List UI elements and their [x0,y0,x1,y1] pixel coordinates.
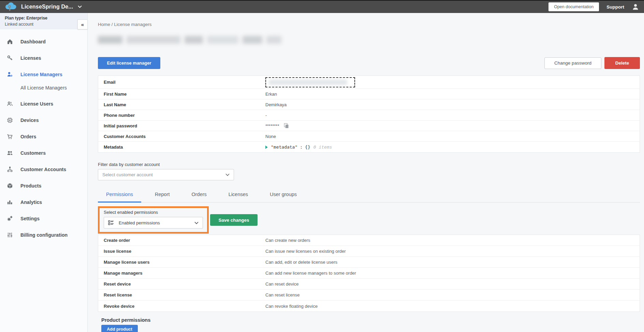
add-product-button[interactable]: Add product [101,325,138,332]
select-enabled-permissions-label: Select enabled permissions [104,210,203,215]
expand-arrow-icon[interactable] [265,146,268,149]
table-row: Metadata "metadata" : {} 0 items [98,142,640,152]
hierarchy-icon [7,166,13,172]
breadcrumb[interactable]: Home / License managers [98,22,640,27]
tab-permissions[interactable]: Permissions [98,188,141,203]
bar-chart-icon [7,199,13,205]
table-row: Manage license users Can add, edit or de… [98,257,640,268]
table-row: Manage managers Can add new license mana… [98,268,640,279]
manager-icon [7,71,13,78]
users-icon [7,101,13,107]
key-icon [7,55,13,61]
plan-type-label: Plan type: Enterprise [5,15,87,21]
main-content: Home / License managers Edit license man… [88,13,644,332]
table-row: Reset device Can reset device [98,279,640,290]
user-account-icon[interactable] [632,3,639,11]
delete-button[interactable]: Delete [604,57,640,69]
sidebar-item-license-users[interactable]: License Users [0,96,87,112]
sidebar-item-orders[interactable]: Orders [0,128,87,145]
detail-tabs: Permissions Report Orders Licenses User … [98,188,640,203]
permissions-table: Create order Can create new orders Issue… [98,235,640,312]
table-row: Revoke device Can revoke floating device [98,301,640,312]
table-row: Phone number - [98,110,640,121]
sidebar-item-customers[interactable]: Customers [0,145,87,161]
org-switcher-chevron-icon[interactable] [78,5,82,8]
tab-licenses[interactable]: Licenses [220,188,256,203]
sidebar-item-licenses[interactable]: Licenses [0,50,87,66]
enabled-permissions-dropdown[interactable]: Enabled permissions [104,217,203,229]
table-row: Last Name Demirkaya [98,99,640,110]
metadata-item-count: 0 items [313,144,332,150]
support-link[interactable]: Support [606,4,624,10]
sidebar-item-all-license-managers[interactable]: All License Managers [0,83,87,93]
customer-accounts-value: None [265,134,276,139]
filter-label: Filter data by customer account [98,162,640,167]
customers-icon [7,150,13,156]
initial-password-value: ******** [265,123,279,128]
license-manager-details-card: Email First Name Erkan Last Name Demirka… [98,75,640,153]
product-permissions-title: Product permissions [101,317,640,323]
change-password-button[interactable]: Change password [544,57,601,69]
chevron-down-icon [225,172,230,177]
chip-icon [7,117,13,123]
gears-icon [7,216,13,222]
table-row: Initial password ******** [98,121,640,131]
table-row: First Name Erkan [98,89,640,99]
table-row: Email [98,76,640,89]
list-icon [108,220,114,225]
sidebar-item-settings[interactable]: Settings [0,210,87,227]
email-value-redacted [265,77,355,87]
sidebar-item-billing-configuration[interactable]: Billing configuration [0,227,87,243]
cart-icon [7,134,13,140]
top-header: LicenseSpring De... Open documentation S… [0,0,644,13]
sidebar-item-analytics[interactable]: Analytics [0,194,87,210]
chevron-down-icon [194,220,199,225]
sidebar-item-products[interactable]: Products [0,178,87,194]
app-title: LicenseSpring De... [21,4,73,10]
last-name-value: Demirkaya [265,102,287,107]
sidebar-item-devices[interactable]: Devices [0,112,87,128]
licensespring-logo-icon [0,2,21,12]
sidebar-item-customer-accounts[interactable]: Customer Accounts [0,161,87,178]
first-name-value: Erkan [265,92,277,97]
edit-license-manager-button[interactable]: Edit license manager [98,57,160,69]
save-changes-button[interactable]: Save changes [210,214,258,226]
metadata-value: {} [305,144,310,150]
customer-account-select[interactable]: Select customer account [98,169,234,180]
metadata-key: "metadata" [271,144,297,150]
metadata-json-viewer: "metadata" : {} 0 items [265,144,332,150]
box-icon [7,183,13,189]
sidebar-item-dashboard[interactable]: Dashboard [0,33,87,50]
page-title-redacted [98,35,640,44]
home-icon [7,39,13,45]
tab-report[interactable]: Report [147,188,178,203]
phone-number-value: - [265,113,267,118]
highlighted-permissions-selector: Select enabled permissions Enabled permi… [98,206,209,234]
linked-account-label: Linked account [5,21,87,27]
tab-orders[interactable]: Orders [184,188,215,203]
table-row: Customer Accounts None [98,131,640,142]
sidebar: Plan type: Enterprise Linked account « D… [0,13,88,332]
table-row: Issue license Can issue new licenses on … [98,246,640,257]
sidebar-collapse-button[interactable]: « [77,19,88,29]
open-documentation-button[interactable]: Open documentation [548,2,599,11]
table-row: Create order Can create new orders [98,235,640,246]
sidebar-item-license-managers[interactable]: License Managers [0,66,87,83]
sidebar-nav: Dashboard Licenses License Managers [0,29,87,243]
tab-user-groups[interactable]: User groups [262,188,305,203]
table-row: Reset license Can reset license [98,290,640,301]
sliders-icon [7,232,13,238]
copy-icon[interactable] [284,123,289,128]
plan-info-strip: Plan type: Enterprise Linked account « [0,13,87,29]
